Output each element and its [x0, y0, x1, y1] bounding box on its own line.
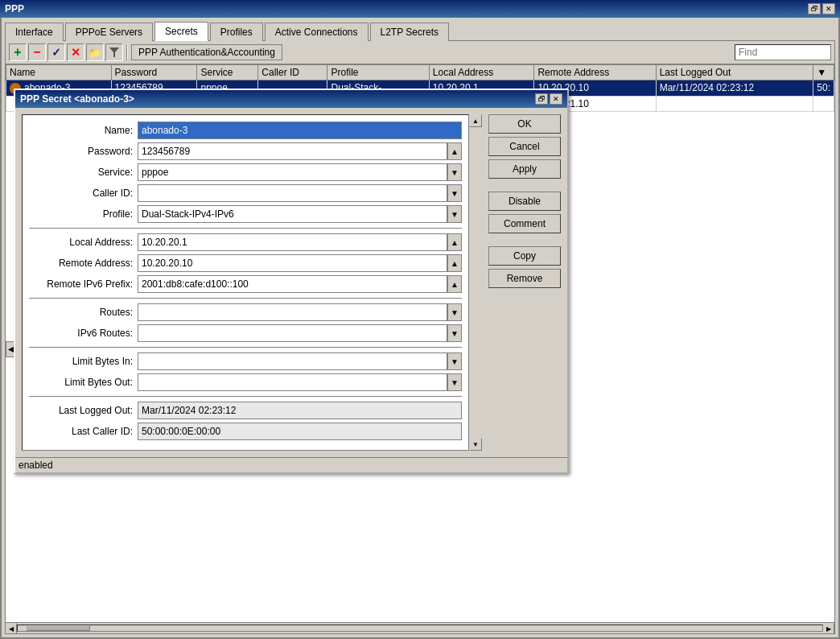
apply-button[interactable]: Apply — [488, 159, 561, 179]
scroll-right-btn[interactable]: ▶ — [823, 623, 834, 633]
form-row-remote-ipv6: Remote IPv6 Prefix: ▲ — [29, 275, 462, 293]
routes-dropdown-btn[interactable]: ▼ — [447, 303, 462, 321]
dialog-body: ▲ Name: — [15, 108, 567, 457]
tab-profiles[interactable]: Profiles — [210, 23, 263, 41]
form-row-service: Service: ▼ — [29, 163, 462, 181]
title-controls: 🗗 ✕ — [808, 3, 835, 14]
routes-input[interactable] — [138, 303, 447, 321]
tab-active-connections[interactable]: Active Connections — [265, 23, 369, 41]
h-scroll-thumb[interactable] — [26, 625, 90, 631]
copy-button[interactable]: Copy — [488, 246, 561, 266]
form-row-profile: Profile: ▼ — [29, 205, 462, 223]
dialog-form: Name: Password: — [22, 114, 469, 451]
form-scroll-down-btn[interactable]: ▼ — [469, 438, 482, 451]
remote-ipv6-input[interactable] — [138, 275, 447, 293]
table-header-row: Name Password Service Caller ID Profile … — [6, 65, 834, 80]
comment-button[interactable]: Comment — [488, 214, 561, 233]
filter-button[interactable] — [105, 43, 123, 61]
limit-in-input[interactable] — [138, 352, 447, 370]
form-scroll-up-btn[interactable]: ▲ — [469, 114, 482, 127]
folder-button[interactable]: 📁 — [86, 43, 104, 61]
caller-id-input[interactable] — [138, 184, 447, 202]
remove-button[interactable]: − — [28, 43, 46, 61]
limit-in-dropdown-btn[interactable]: ▼ — [447, 352, 462, 370]
svg-marker-0 — [109, 47, 119, 57]
local-address-input[interactable] — [138, 233, 447, 251]
caller-id-dropdown-btn[interactable]: ▼ — [447, 184, 462, 202]
remote-address-label: Remote Address: — [29, 258, 138, 269]
tab-pppoe-servers[interactable]: PPPoE Servers — [65, 23, 153, 41]
check-button[interactable]: ✓ — [47, 43, 65, 61]
toolbar: + − ✓ ✕ 📁 PPP Authentication&Accounting — [6, 41, 834, 64]
form-row-name: Name: — [29, 122, 462, 139]
form-row-local-address: Local Address: ▲ — [29, 233, 462, 251]
remote-ipv6-arrow-btn[interactable]: ▲ — [447, 275, 462, 293]
restore-button[interactable]: 🗗 — [808, 3, 821, 14]
ipv6-routes-dropdown-btn[interactable]: ▼ — [447, 324, 462, 342]
local-address-arrow-btn[interactable]: ▲ — [447, 233, 462, 251]
ok-button[interactable]: OK — [488, 114, 561, 134]
auth-label[interactable]: PPP Authentication&Accounting — [131, 44, 282, 60]
cell-extra: 50: — [813, 80, 834, 97]
ipv6-routes-input[interactable] — [138, 324, 447, 342]
tab-interface[interactable]: Interface — [5, 23, 64, 41]
dialog-close-button[interactable]: ✕ — [550, 93, 562, 105]
form-divider-4 — [29, 396, 462, 397]
service-dropdown-btn[interactable]: ▼ — [447, 163, 462, 181]
col-service: Service — [197, 65, 258, 80]
last-logged-input — [138, 402, 462, 419]
cancel-button[interactable]: Cancel — [488, 137, 561, 156]
last-caller-input — [138, 423, 462, 440]
x-button[interactable]: ✕ — [67, 43, 84, 61]
remote-address-arrow-btn[interactable]: ▲ — [447, 254, 462, 272]
service-input[interactable] — [138, 163, 447, 181]
form-scroll-area: ▲ Name: — [22, 114, 482, 451]
col-more[interactable]: ▼ — [813, 65, 834, 80]
cell-last-logged-out: Mar/11/2024 02:23:12 — [656, 80, 813, 97]
cell-extra-2 — [813, 96, 834, 111]
dialog-overlay: PPP Secret <abonado-3> 🗗 ✕ ▲ — [14, 89, 569, 474]
dialog-title-controls: 🗗 ✕ — [535, 93, 562, 105]
profile-input[interactable] — [138, 205, 447, 223]
col-caller-id: Caller ID — [258, 65, 327, 80]
col-local-address: Local Address — [429, 65, 534, 80]
find-input[interactable] — [735, 44, 831, 60]
dialog-restore-button[interactable]: 🗗 — [535, 93, 548, 105]
password-input[interactable] — [138, 142, 447, 160]
local-address-container: ▲ — [138, 233, 462, 251]
ppp-secret-dialog: PPP Secret <abonado-3> 🗗 ✕ ▲ — [14, 89, 569, 474]
password-arrow-btn[interactable]: ▲ — [447, 142, 462, 160]
form-row-remote-address: Remote Address: ▲ — [29, 254, 462, 272]
form-divider-2 — [29, 298, 462, 299]
limit-out-input[interactable] — [138, 373, 447, 391]
tab-secrets[interactable]: Secrets — [154, 22, 208, 41]
profile-input-container: ▼ — [138, 205, 462, 223]
limit-out-dropdown-btn[interactable]: ▼ — [447, 373, 462, 391]
col-name: Name — [6, 65, 112, 80]
service-label: Service: — [29, 167, 138, 178]
name-label: Name: — [29, 125, 138, 136]
title-bar: PPP 🗗 ✕ — [0, 0, 840, 18]
scroll-left-btn[interactable]: ◀ — [6, 623, 17, 633]
remove-button[interactable]: Remove — [488, 269, 561, 288]
form-row-password: Password: ▲ — [29, 142, 462, 160]
service-input-container: ▼ — [138, 163, 462, 181]
add-button[interactable]: + — [9, 43, 27, 61]
routes-container: ▼ — [138, 303, 462, 321]
ipv6-routes-container: ▼ — [138, 324, 462, 342]
col-last-logged-out: Last Logged Out — [656, 65, 813, 80]
btn-spacer-2 — [488, 237, 561, 243]
name-input[interactable] — [138, 122, 462, 139]
dialog-title-bar: PPP Secret <abonado-3> 🗗 ✕ — [15, 90, 567, 108]
disable-button[interactable]: Disable — [488, 192, 561, 211]
col-password: Password — [111, 65, 197, 80]
close-button[interactable]: ✕ — [822, 3, 835, 14]
remote-address-input[interactable] — [138, 254, 447, 272]
limit-out-container: ▼ — [138, 373, 462, 391]
h-scrollbar[interactable]: ◀ ▶ — [6, 622, 834, 633]
tab-l2tp-secrets[interactable]: L2TP Secrets — [370, 23, 449, 41]
form-divider-3 — [29, 347, 462, 348]
remote-ipv6-container: ▲ — [138, 275, 462, 293]
form-row-limit-out: Limit Bytes Out: ▼ — [29, 373, 462, 391]
profile-dropdown-btn[interactable]: ▼ — [447, 205, 462, 223]
